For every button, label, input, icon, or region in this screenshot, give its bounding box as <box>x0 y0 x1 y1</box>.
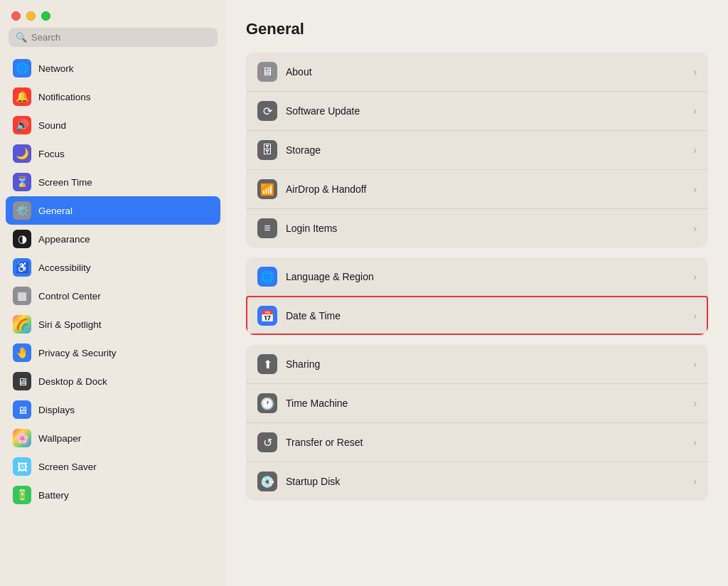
focus-icon: 🌙 <box>13 144 31 163</box>
sidebar-item-control-center[interactable]: ▦Control Center <box>6 282 220 310</box>
sidebar-item-focus[interactable]: 🌙Focus <box>6 139 220 168</box>
startup-disk-icon: 💽 <box>257 472 277 491</box>
section-item-software-update[interactable]: ⟳Software Update› <box>246 91 708 130</box>
search-bar[interactable]: 🔍 <box>9 28 218 47</box>
about-chevron: › <box>693 66 697 78</box>
notifications-icon: 🔔 <box>13 87 31 106</box>
screen-time-label: Screen Time <box>38 177 92 188</box>
startup-disk-label: Startup Disk <box>286 476 693 487</box>
section-group-group1: 🖥About›⟳Software Update›🗄Storage›📶AirDro… <box>246 53 708 247</box>
minimize-button[interactable] <box>26 11 36 21</box>
sidebar-item-privacy-security[interactable]: 🤚Privacy & Security <box>6 339 220 367</box>
airdrop-handoff-icon: 📶 <box>257 179 277 199</box>
privacy-security-label: Privacy & Security <box>38 348 117 358</box>
software-update-chevron: › <box>693 105 697 117</box>
login-items-label: Login Items <box>286 223 693 234</box>
sidebar: 🔍 🌐Network🔔Notifications🔊Sound🌙Focus⌛Scr… <box>0 0 226 586</box>
desktop-dock-label: Desktop & Dock <box>38 376 107 387</box>
sidebar-item-appearance[interactable]: ◑Appearance <box>6 225 220 253</box>
sharing-icon: ⬆ <box>257 354 277 374</box>
login-items-chevron: › <box>693 223 697 234</box>
siri-spotlight-icon: 🌈 <box>13 315 31 334</box>
about-icon: 🖥 <box>257 62 277 82</box>
sharing-chevron: › <box>693 358 697 370</box>
main-content: General 🖥About›⟳Software Update›🗄Storage… <box>226 0 728 586</box>
language-region-icon: 🌐 <box>257 267 277 287</box>
section-group-group3: ⬆Sharing›🕐Time Machine›↺Transfer or Rese… <box>246 345 708 501</box>
section-item-startup-disk[interactable]: 💽Startup Disk› <box>246 462 708 501</box>
accessibility-icon: ♿ <box>13 258 31 277</box>
sidebar-list: 🌐Network🔔Notifications🔊Sound🌙Focus⌛Scree… <box>0 53 226 579</box>
section-item-sharing[interactable]: ⬆Sharing› <box>246 345 708 383</box>
storage-chevron: › <box>693 144 697 156</box>
traffic-lights <box>11 11 50 21</box>
wallpaper-label: Wallpaper <box>38 433 81 444</box>
sidebar-item-sound[interactable]: 🔊Sound <box>6 111 220 139</box>
battery-icon: 🔋 <box>13 486 31 504</box>
section-group-group2: 🌐Language & Region›📅Date & Time› <box>246 257 708 335</box>
search-icon: 🔍 <box>16 32 27 43</box>
language-region-chevron: › <box>693 271 697 282</box>
network-icon: 🌐 <box>13 59 31 78</box>
language-region-label: Language & Region <box>286 271 693 282</box>
section-item-about[interactable]: 🖥About› <box>246 53 708 91</box>
transfer-reset-chevron: › <box>693 437 697 448</box>
displays-icon: 🖥 <box>13 400 31 419</box>
privacy-security-icon: 🤚 <box>13 343 31 362</box>
sidebar-item-general[interactable]: ⚙️General <box>6 196 220 225</box>
siri-spotlight-label: Siri & Spotlight <box>38 319 102 330</box>
close-button[interactable] <box>11 11 21 21</box>
time-machine-label: Time Machine <box>286 398 693 409</box>
software-update-label: Software Update <box>286 105 693 117</box>
sound-icon: 🔊 <box>13 116 31 134</box>
section-item-language-region[interactable]: 🌐Language & Region› <box>246 257 708 296</box>
airdrop-handoff-label: AirDrop & Handoff <box>286 183 693 195</box>
search-input[interactable] <box>31 32 210 43</box>
screen-time-icon: ⌛ <box>13 173 31 191</box>
section-item-transfer-reset[interactable]: ↺Transfer or Reset› <box>246 422 708 462</box>
time-machine-chevron: › <box>693 398 697 409</box>
startup-disk-chevron: › <box>693 476 697 487</box>
time-machine-icon: 🕐 <box>257 393 277 413</box>
appearance-icon: ◑ <box>13 230 31 248</box>
sidebar-item-screen-time[interactable]: ⌛Screen Time <box>6 168 220 196</box>
sidebar-item-siri-spotlight[interactable]: 🌈Siri & Spotlight <box>6 310 220 339</box>
section-item-storage[interactable]: 🗄Storage› <box>246 130 708 169</box>
network-label: Network <box>38 63 74 74</box>
focus-label: Focus <box>38 149 65 159</box>
sidebar-item-network[interactable]: 🌐Network <box>6 54 220 82</box>
wallpaper-icon: 🌸 <box>13 429 31 447</box>
sidebar-item-displays[interactable]: 🖥Displays <box>6 395 220 424</box>
transfer-reset-label: Transfer or Reset <box>286 437 693 448</box>
accessibility-label: Accessibility <box>38 262 91 273</box>
storage-icon: 🗄 <box>257 140 277 160</box>
screen-saver-label: Screen Saver <box>38 462 97 472</box>
control-center-icon: ▦ <box>13 287 31 305</box>
displays-label: Displays <box>38 405 75 415</box>
date-time-icon: 📅 <box>257 306 277 326</box>
battery-label: Battery <box>38 490 69 501</box>
sidebar-item-battery[interactable]: 🔋Battery <box>6 481 220 509</box>
sound-label: Sound <box>38 120 66 131</box>
section-item-date-time[interactable]: 📅Date & Time› <box>246 296 708 335</box>
sidebar-item-screen-saver[interactable]: 🖼Screen Saver <box>6 452 220 481</box>
storage-label: Storage <box>286 144 693 156</box>
date-time-label: Date & Time <box>286 310 693 321</box>
sidebar-item-desktop-dock[interactable]: 🖥Desktop & Dock <box>6 367 220 395</box>
screen-saver-icon: 🖼 <box>13 457 31 476</box>
software-update-icon: ⟳ <box>257 101 277 121</box>
section-item-airdrop-handoff[interactable]: 📶AirDrop & Handoff› <box>246 169 708 208</box>
airdrop-handoff-chevron: › <box>693 183 697 195</box>
sidebar-item-accessibility[interactable]: ♿Accessibility <box>6 253 220 282</box>
section-item-time-machine[interactable]: 🕐Time Machine› <box>246 383 708 422</box>
control-center-label: Control Center <box>38 291 101 302</box>
about-label: About <box>286 66 693 78</box>
date-time-chevron: › <box>693 310 697 321</box>
appearance-label: Appearance <box>38 234 90 245</box>
section-item-login-items[interactable]: ≡Login Items› <box>246 208 708 247</box>
sidebar-item-wallpaper[interactable]: 🌸Wallpaper <box>6 424 220 452</box>
sidebar-item-notifications[interactable]: 🔔Notifications <box>6 82 220 111</box>
desktop-dock-icon: 🖥 <box>13 372 31 390</box>
maximize-button[interactable] <box>41 11 50 21</box>
sharing-label: Sharing <box>286 358 693 370</box>
